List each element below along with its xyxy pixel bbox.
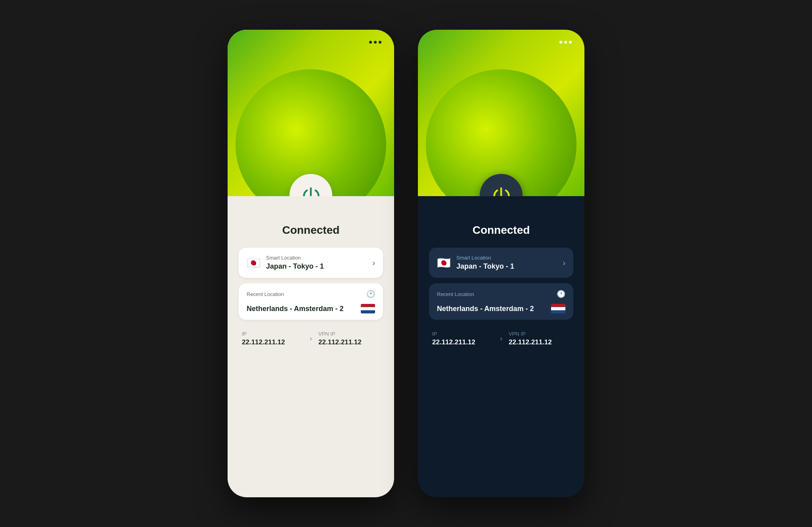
recent-header-light: Recent Location 🕐 xyxy=(247,290,375,298)
power-button-dark[interactable] xyxy=(480,174,523,196)
phone-body-light: Connected 🇯🇵 Smart Location Japan - Toky… xyxy=(228,196,394,357)
connected-status-dark: Connected xyxy=(429,224,573,237)
dot-5 xyxy=(564,41,567,44)
vpn-ip-value-dark: 22.112.211.12 xyxy=(509,338,570,346)
dot-3 xyxy=(379,41,381,44)
smart-location-info-light: Smart Location Japan - Tokyo - 1 xyxy=(266,255,367,271)
recent-location-name-dark: Netherlands - Amsterdam - 2 xyxy=(437,305,534,313)
smart-location-name-dark: Japan - Tokyo - 1 xyxy=(456,262,557,271)
phone-body-dark: Connected 🇯🇵 Smart Location Japan - Toky… xyxy=(418,196,584,357)
nl-white-dark xyxy=(551,307,565,310)
smart-location-card-dark[interactable]: 🇯🇵 Smart Location Japan - Tokyo - 1 › xyxy=(429,248,573,278)
power-icon-light xyxy=(301,185,321,196)
smart-location-type-light: Smart Location xyxy=(266,255,367,261)
nl-red-light xyxy=(361,304,375,307)
netherlands-flag-light xyxy=(361,304,375,313)
recent-header-dark: Recent Location 🕐 xyxy=(437,290,565,298)
power-circle-light xyxy=(289,174,332,196)
dot-1 xyxy=(369,41,372,44)
smart-location-info-dark: Smart Location Japan - Tokyo - 1 xyxy=(456,255,557,271)
phone-dark: Connected 🇯🇵 Smart Location Japan - Toky… xyxy=(418,30,584,497)
recent-location-card-dark[interactable]: Recent Location 🕐 Netherlands - Amsterda… xyxy=(429,283,573,320)
ip-label-dark: IP xyxy=(432,331,494,337)
connected-status-light: Connected xyxy=(239,224,383,237)
ip-label-light: IP xyxy=(242,331,303,337)
phone-header-light xyxy=(228,30,394,196)
smart-location-name-light: Japan - Tokyo - 1 xyxy=(266,262,367,271)
ip-row-light: IP 22.112.211.12 › VPN IP 22.112.211.12 xyxy=(239,331,383,346)
smart-location-type-dark: Smart Location xyxy=(456,255,557,261)
vpn-ip-label-dark: VPN IP xyxy=(509,331,570,337)
dot-2 xyxy=(374,41,377,44)
recent-location-name-light: Netherlands - Amsterdam - 2 xyxy=(247,305,343,313)
phone-light: Connected 🇯🇵 Smart Location Japan - Toky… xyxy=(228,30,394,497)
dot-6 xyxy=(569,41,572,44)
nl-red-dark xyxy=(551,304,565,307)
recent-location-type-dark: Recent Location xyxy=(437,291,474,297)
power-button-light[interactable] xyxy=(289,174,332,196)
menu-button-dark[interactable] xyxy=(559,41,572,44)
ip-value-dark: 22.112.211.12 xyxy=(432,338,494,346)
recent-location-type-light: Recent Location xyxy=(247,291,284,297)
recent-location-row-light: Netherlands - Amsterdam - 2 xyxy=(247,304,375,313)
japan-flag-light: 🇯🇵 xyxy=(247,256,260,269)
header-gradient-dark xyxy=(418,30,584,196)
netherlands-flag-dark xyxy=(551,304,565,313)
ip-section-dark: IP 22.112.211.12 xyxy=(432,331,494,346)
header-gradient-light xyxy=(228,30,394,196)
vpn-ip-section-dark: VPN IP 22.112.211.12 xyxy=(509,331,570,346)
nl-blue-dark xyxy=(551,310,565,313)
ip-section-light: IP 22.112.211.12 xyxy=(242,331,303,346)
ip-row-dark: IP 22.112.211.12 › VPN IP 22.112.211.12 xyxy=(429,331,573,346)
smart-location-chevron-light: › xyxy=(372,258,375,267)
menu-button-light[interactable] xyxy=(369,41,381,44)
vpn-ip-section-light: VPN IP 22.112.211.12 xyxy=(318,331,380,346)
ip-chevron-light[interactable]: › xyxy=(310,334,312,343)
dot-4 xyxy=(559,41,562,44)
power-circle-dark xyxy=(480,174,523,196)
recent-location-card-light[interactable]: Recent Location 🕐 Netherlands - Amsterda… xyxy=(239,283,383,320)
smart-location-chevron-dark: › xyxy=(563,258,565,267)
ip-value-light: 22.112.211.12 xyxy=(242,338,303,346)
clock-icon-light: 🕐 xyxy=(366,290,375,298)
power-icon-dark xyxy=(491,185,511,196)
nl-white-light xyxy=(361,307,375,310)
clock-icon-dark: 🕐 xyxy=(557,290,565,298)
nl-blue-light xyxy=(361,310,375,313)
vpn-ip-label-light: VPN IP xyxy=(318,331,380,337)
japan-flag-dark: 🇯🇵 xyxy=(437,256,451,269)
phone-header-dark xyxy=(418,30,584,196)
vpn-ip-value-light: 22.112.211.12 xyxy=(318,338,380,346)
smart-location-card-light[interactable]: 🇯🇵 Smart Location Japan - Tokyo - 1 › xyxy=(239,248,383,278)
ip-chevron-dark[interactable]: › xyxy=(500,334,502,343)
recent-location-row-dark: Netherlands - Amsterdam - 2 xyxy=(437,304,565,313)
phones-container: Connected 🇯🇵 Smart Location Japan - Toky… xyxy=(228,30,584,497)
